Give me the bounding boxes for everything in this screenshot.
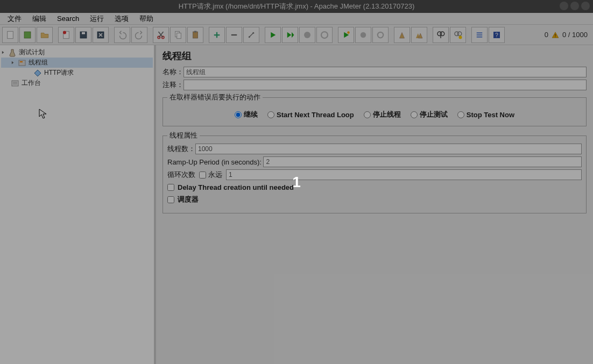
workbench-icon bbox=[11, 79, 19, 88]
paste-button[interactable] bbox=[187, 27, 203, 43]
thread-properties-legend: 线程属性 bbox=[167, 131, 200, 140]
panel-title: 线程组 bbox=[163, 49, 587, 62]
radio-stop-now[interactable]: Stop Test Now bbox=[457, 111, 514, 119]
name-label: 名称： bbox=[163, 67, 183, 77]
function-helper-button[interactable] bbox=[471, 27, 488, 43]
redo-button[interactable] bbox=[131, 27, 147, 43]
radio-stop-test[interactable]: 停止测试 bbox=[411, 110, 448, 119]
loop-forever-checkbox[interactable] bbox=[199, 172, 206, 179]
delay-thread-row[interactable]: Delay Thread creation until needed bbox=[167, 183, 582, 191]
thread-properties-group: 线程属性 线程数： Ramp-Up Period (in seconds): 循… bbox=[163, 131, 587, 213]
content-pane: 线程组 名称： 注释： 在取样器错误后要执行的动作 继续 Start Next … bbox=[156, 45, 593, 364]
collapse-button[interactable] bbox=[226, 27, 242, 43]
scheduler-row[interactable]: 调度器 bbox=[167, 195, 582, 204]
svg-rect-0 bbox=[8, 31, 13, 39]
scheduler-checkbox[interactable] bbox=[167, 196, 174, 203]
expand-button[interactable] bbox=[209, 27, 225, 43]
undo-button[interactable] bbox=[114, 27, 130, 43]
remote-shutdown-button[interactable] bbox=[372, 27, 389, 43]
rampup-input[interactable] bbox=[263, 156, 582, 167]
on-error-group: 在取样器错误后要执行的动作 继续 Start Next Thread Loop … bbox=[163, 92, 587, 126]
save-as-button[interactable] bbox=[93, 27, 109, 43]
radio-stop-thread-input[interactable] bbox=[364, 111, 371, 118]
cut-button[interactable] bbox=[153, 27, 169, 43]
loop-count-input[interactable] bbox=[226, 169, 582, 180]
templates-button[interactable] bbox=[19, 27, 36, 43]
tree-node-testplan[interactable]: 测试计划 bbox=[1, 47, 153, 58]
threads-row: 线程数： bbox=[167, 144, 582, 154]
svg-point-16 bbox=[321, 32, 328, 38]
help-button[interactable]: ? bbox=[489, 27, 505, 43]
tree-label: HTTP请求 bbox=[44, 68, 74, 77]
svg-rect-12 bbox=[194, 31, 197, 32]
on-error-legend: 在取样器错误后要执行的动作 bbox=[167, 92, 263, 102]
svg-rect-29 bbox=[19, 60, 25, 66]
menu-run[interactable]: 运行 bbox=[84, 13, 109, 25]
start-no-pause-button[interactable] bbox=[282, 27, 298, 43]
name-input[interactable] bbox=[183, 67, 587, 77]
radio-continue[interactable]: 继续 bbox=[235, 110, 258, 119]
svg-rect-5 bbox=[82, 32, 85, 34]
close-button[interactable] bbox=[58, 27, 74, 43]
main-split: 测试计划 线程组 HTTP请求 工作台 线程组 名称： 注释： 在取样器错误后要… bbox=[0, 45, 593, 364]
loop-forever-label: 永远 bbox=[208, 170, 222, 180]
threads-input[interactable] bbox=[195, 144, 582, 154]
shutdown-button[interactable] bbox=[316, 27, 333, 43]
copy-button[interactable] bbox=[170, 27, 186, 43]
save-button[interactable] bbox=[75, 27, 91, 43]
tree-toggle-icon[interactable] bbox=[1, 50, 6, 55]
radio-start-next-input[interactable] bbox=[267, 111, 274, 118]
svg-rect-30 bbox=[20, 61, 23, 62]
tree-label: 线程组 bbox=[29, 58, 48, 67]
threadgroup-icon bbox=[18, 59, 26, 67]
window-controls bbox=[560, 2, 590, 10]
comment-row: 注释： bbox=[163, 80, 587, 90]
status-thread-count: 0 / 1000 bbox=[562, 31, 588, 39]
close-icon[interactable] bbox=[581, 2, 590, 10]
warning-icon bbox=[552, 31, 559, 39]
toggle-button[interactable] bbox=[243, 27, 259, 43]
menu-options[interactable]: 选项 bbox=[109, 13, 134, 25]
delay-thread-checkbox[interactable] bbox=[167, 184, 174, 191]
window-titlebar: HTTP请求.jmx (/home/dnt/HTTP请求.jmx) - Apac… bbox=[0, 0, 593, 13]
tree-node-httprequest[interactable]: HTTP请求 bbox=[1, 68, 153, 78]
clear-button[interactable] bbox=[394, 27, 410, 43]
svg-point-18 bbox=[361, 32, 366, 38]
radio-start-next[interactable]: Start Next Thread Loop bbox=[267, 111, 354, 119]
menu-search[interactable]: Search bbox=[52, 13, 84, 24]
beaker-icon bbox=[8, 48, 17, 57]
radio-stop-now-input[interactable] bbox=[457, 111, 464, 118]
remote-start-button[interactable] bbox=[338, 27, 354, 43]
start-button[interactable] bbox=[265, 27, 281, 43]
new-button[interactable] bbox=[2, 27, 18, 43]
tree-label: 测试计划 bbox=[19, 48, 45, 57]
svg-text:?: ? bbox=[495, 31, 498, 38]
search-button[interactable] bbox=[433, 27, 449, 43]
svg-point-21 bbox=[440, 32, 444, 36]
svg-point-23 bbox=[457, 32, 462, 36]
menu-edit[interactable]: 编辑 bbox=[27, 13, 52, 25]
tree-pane[interactable]: 测试计划 线程组 HTTP请求 工作台 bbox=[0, 45, 156, 364]
rampup-label: Ramp-Up Period (in seconds): bbox=[167, 158, 262, 166]
remote-stop-button[interactable] bbox=[355, 27, 371, 43]
maximize-icon[interactable] bbox=[570, 2, 579, 10]
svg-rect-31 bbox=[12, 81, 18, 86]
stop-button[interactable] bbox=[299, 27, 315, 43]
menu-help[interactable]: 帮助 bbox=[134, 13, 159, 25]
radio-stop-test-input[interactable] bbox=[411, 111, 418, 118]
cursor-icon bbox=[39, 109, 47, 119]
radio-stop-thread[interactable]: 停止线程 bbox=[364, 110, 401, 119]
radio-continue-input[interactable] bbox=[235, 111, 242, 118]
reset-search-button[interactable] bbox=[450, 27, 466, 43]
comment-input[interactable] bbox=[183, 80, 587, 90]
open-button[interactable] bbox=[37, 27, 53, 43]
menu-file[interactable]: 文件 bbox=[2, 13, 27, 25]
toolbar: ? 0 0 / 1000 bbox=[0, 25, 593, 45]
scheduler-label: 调度器 bbox=[178, 195, 199, 204]
tree-toggle-icon[interactable] bbox=[11, 60, 16, 65]
tree-node-threadgroup[interactable]: 线程组 bbox=[1, 58, 153, 68]
clear-all-button[interactable] bbox=[411, 27, 427, 43]
window-title: HTTP请求.jmx (/home/dnt/HTTP请求.jmx) - Apac… bbox=[179, 2, 415, 11]
minimize-icon[interactable] bbox=[560, 2, 568, 10]
tree-node-workbench[interactable]: 工作台 bbox=[1, 78, 153, 88]
